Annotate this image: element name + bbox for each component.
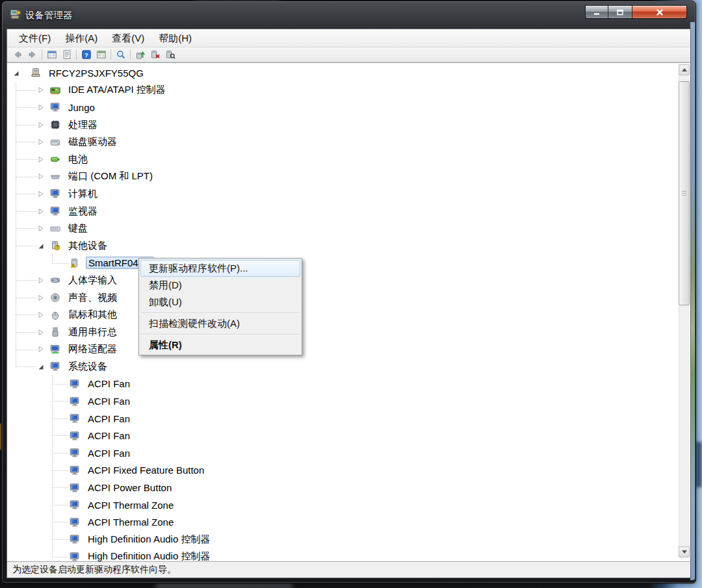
tree-twisty[interactable]: [37, 104, 50, 111]
tree-row[interactable]: ?其他设备: [7, 237, 677, 255]
tree-row[interactable]: 网络适配器: [7, 341, 677, 359]
tree-twisty[interactable]: [37, 346, 50, 353]
tree-row[interactable]: ACPI Fixed Feature Button: [7, 462, 677, 479]
monitor-glyph: [50, 361, 60, 372]
tree-item-label: ACPI Fan: [88, 430, 130, 441]
tree-row[interactable]: ACPI Fan: [7, 410, 677, 428]
svg-text:?: ?: [56, 246, 58, 250]
menubar-item-file[interactable]: 文件(F): [12, 30, 58, 47]
monitor-icon: [70, 552, 83, 561]
tree-twisty[interactable]: [37, 190, 50, 198]
tree-item-label: High Definition Audio 控制器: [88, 550, 210, 561]
tree-row[interactable]: 声音、视频: [7, 289, 677, 307]
menubar-item-help[interactable]: 帮助(H): [151, 30, 199, 47]
tree-twisty[interactable]: [37, 363, 50, 370]
scan-hardware-changes-button[interactable]: [162, 48, 177, 62]
tree-twisty[interactable]: [37, 86, 50, 94]
expand-arrow-icon: [37, 86, 44, 94]
tree-twisty[interactable]: [37, 294, 50, 301]
tree-twisty[interactable]: [37, 277, 50, 284]
monitor-glyph: [70, 413, 80, 424]
context-menu-item[interactable]: 卸载(U): [140, 294, 300, 311]
monitor-icon: [70, 465, 83, 476]
tree-row[interactable]: ACPI Power Button: [7, 479, 677, 496]
tree-item-label: 系统设备: [68, 361, 107, 373]
help-button[interactable]: ?: [79, 48, 94, 62]
tree-twisty[interactable]: [37, 242, 50, 249]
properties-button[interactable]: [59, 48, 74, 62]
scan-button[interactable]: [113, 48, 128, 62]
tree-row[interactable]: High Definition Audio 控制器: [7, 548, 677, 561]
tree-row[interactable]: ACPI Fan: [7, 376, 677, 393]
tree-item-label: 网络适配器: [68, 343, 117, 355]
tree-row[interactable]: ACPI Fan: [7, 444, 677, 462]
minimize-button[interactable]: [585, 5, 608, 19]
tree-row[interactable]: 监视器: [7, 203, 677, 220]
monitor-icon: [70, 483, 83, 493]
scrollbar-thumb[interactable]: [679, 81, 690, 305]
tree-row[interactable]: SmartRF04EB: [7, 255, 677, 272]
tree-twisty[interactable]: [37, 225, 50, 232]
tree-twisty[interactable]: [37, 156, 50, 163]
tree-twisty[interactable]: [37, 329, 50, 336]
device-manager-app-icon: [10, 8, 21, 19]
expand-arrow-icon: [37, 225, 44, 232]
monitor-glyph: [70, 500, 80, 510]
toolbar-separator: [110, 49, 111, 60]
tree-row[interactable]: RFCY2PSJXFY55QG: [7, 64, 677, 82]
battery-glyph: [50, 154, 60, 164]
monitor-glyph: [70, 517, 80, 528]
tree-row[interactable]: 计算机: [7, 185, 677, 203]
tree-row[interactable]: 磁盘驱动器: [7, 133, 677, 151]
monitor-icon: [70, 500, 83, 510]
tree-row[interactable]: 鼠标和其他: [7, 306, 677, 324]
tree-row[interactable]: 系统设备: [7, 358, 677, 376]
tree-twisty[interactable]: [37, 311, 50, 318]
tree-twisty[interactable]: [37, 173, 50, 180]
tree-row[interactable]: ACPI Thermal Zone: [7, 496, 677, 514]
tree-row[interactable]: 人体学输入: [7, 272, 677, 289]
tree-row[interactable]: 端口 (COM 和 LPT): [7, 168, 677, 186]
context-menu-item[interactable]: 更新驱动程序软件(P)...: [140, 260, 300, 277]
tree-row[interactable]: ACPI Thermal Zone: [7, 513, 677, 531]
tree-twisty[interactable]: [37, 138, 50, 146]
tree-row[interactable]: High Definition Audio 控制器: [7, 531, 677, 548]
close-icon: [655, 7, 665, 18]
expand-arrow-icon: [37, 121, 44, 129]
context-menu-item[interactable]: 扫描检测硬件改动(A): [140, 315, 300, 332]
context-menu-item[interactable]: 禁用(D): [140, 277, 300, 294]
context-menu-item[interactable]: 属性(R): [140, 337, 300, 353]
expand-arrow-icon: [37, 311, 44, 318]
forward-button[interactable]: [25, 48, 40, 62]
tree-twisty[interactable]: [37, 121, 50, 129]
maximize-button[interactable]: [608, 5, 632, 19]
tree-row[interactable]: 电池: [7, 151, 677, 168]
console-tree-button[interactable]: [44, 48, 59, 62]
tree-item-label: RFCY2PSJXFY55QG: [49, 68, 144, 79]
monitor-glyph: [70, 534, 80, 544]
scroll-up-button[interactable]: [679, 64, 690, 75]
monitor-glyph: [70, 396, 80, 407]
update-driver-button[interactable]: [133, 48, 148, 62]
vertical-scrollbar[interactable]: [679, 64, 690, 557]
tree-row[interactable]: IDE ATA/ATAPI 控制器: [7, 82, 677, 99]
uninstall-button[interactable]: [148, 48, 162, 62]
tree-twisty[interactable]: [12, 70, 31, 77]
tree-row[interactable]: 通用串行总: [7, 324, 677, 341]
tree-row[interactable]: ACPI Fan: [7, 392, 677, 410]
tree-item-label: ACPI Fan: [88, 396, 130, 407]
serial-port-glyph: [50, 172, 60, 182]
scroll-down-button[interactable]: [679, 546, 690, 557]
action-pane-button[interactable]: [94, 48, 109, 62]
title-bar[interactable]: 设备管理器: [2, 1, 696, 29]
tree-row[interactable]: 键盘: [7, 220, 677, 237]
tree-row[interactable]: ACPI Fan: [7, 427, 677, 444]
close-button[interactable]: [632, 5, 687, 19]
menubar-item-view[interactable]: 查看(V): [105, 30, 151, 47]
menubar-item-action[interactable]: 操作(A): [58, 30, 105, 47]
status-bar: 为选定设备启动更新驱动程序软件向导。: [7, 561, 690, 578]
back-button[interactable]: [10, 48, 25, 62]
tree-row[interactable]: Jungo: [7, 99, 677, 116]
tree-row[interactable]: 处理器: [7, 116, 677, 134]
tree-twisty[interactable]: [37, 208, 50, 215]
